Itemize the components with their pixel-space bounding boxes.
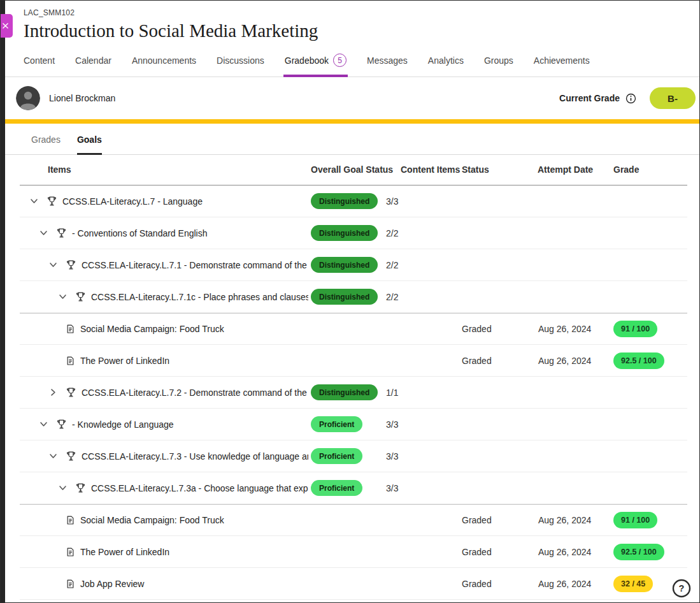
items-cell: CCSS.ELA-Literacy.L.7.1c - Place phrases… bbox=[55, 281, 308, 312]
nav-tab-label: Achievements bbox=[534, 55, 590, 66]
items-cell: The Power of LinkedIn bbox=[66, 536, 308, 567]
nav-tab-label: Calendar bbox=[75, 55, 111, 66]
goal-status-badge: Distinguished bbox=[311, 193, 378, 209]
chevron-right-icon[interactable] bbox=[45, 385, 61, 400]
student-name: Lionel Brockman bbox=[49, 93, 115, 103]
goal-trophy-icon bbox=[46, 196, 57, 207]
goal-row[interactable]: CCSS.ELA-Literacy.L.7.3a - Choose langua… bbox=[20, 472, 687, 504]
table-body: CCSS.ELA-Literacy.L.7 - LanguageDistingu… bbox=[20, 185, 687, 600]
goal-status-cell: Distinguished bbox=[311, 185, 378, 217]
grade-cell: 32 / 45 bbox=[613, 568, 653, 599]
column-header-items: Items bbox=[48, 164, 71, 175]
goal-row[interactable]: CCSS.ELA-Literacy.L.7.3 - Use knowledge … bbox=[20, 440, 687, 472]
gradebook-count-badge: 5 bbox=[333, 54, 346, 67]
chevron-down-icon[interactable] bbox=[55, 289, 70, 305]
help-button[interactable]: ? bbox=[672, 579, 691, 598]
grade-color-bar bbox=[1, 119, 699, 124]
nav-tab-announcements[interactable]: Announcements bbox=[131, 54, 197, 77]
item-label: The Power of LinkedIn bbox=[80, 547, 169, 557]
column-header-attempt-date: Attempt Date bbox=[538, 164, 593, 175]
subtab-grades[interactable]: Grades bbox=[31, 134, 61, 155]
chevron-down-icon[interactable] bbox=[45, 258, 61, 273]
goal-trophy-icon bbox=[56, 228, 67, 238]
current-grade-label: Current Grade bbox=[559, 93, 620, 103]
grade-pill: 91 / 100 bbox=[613, 512, 657, 528]
item-status: Graded bbox=[462, 536, 492, 567]
document-icon bbox=[66, 356, 75, 366]
nav-tab-discussions[interactable]: Discussions bbox=[215, 54, 266, 77]
current-grade-area: Current Grade B- bbox=[559, 87, 696, 109]
chevron-down-icon[interactable] bbox=[45, 449, 61, 464]
nav-tab-achievements[interactable]: Achievements bbox=[532, 54, 591, 77]
items-cell: Social Media Campaign: Food Truck bbox=[66, 313, 308, 344]
goal-status-cell: Distinguished bbox=[311, 281, 378, 312]
content-items-count: 2/2 bbox=[386, 249, 398, 280]
grade-pill: 32 / 45 bbox=[613, 576, 653, 592]
nav-tab-gradebook[interactable]: Gradebook5 bbox=[283, 54, 348, 77]
attempt-date: Aug 26, 2024 bbox=[538, 536, 591, 567]
items-cell: CCSS.ELA-Literacy.L.7 - Language bbox=[26, 185, 308, 217]
content-item-row[interactable]: Social Media Campaign: Food TruckGradedA… bbox=[20, 313, 687, 345]
goal-row[interactable]: - Knowledge of LanguageProficient3/3 bbox=[20, 409, 687, 440]
goal-row[interactable]: CCSS.ELA-Literacy.L.7.2 - Demonstrate co… bbox=[20, 377, 687, 409]
nav-tabs: ContentCalendarAnnouncementsDiscussionsG… bbox=[1, 54, 699, 77]
grade-cell: 92.5 / 100 bbox=[613, 536, 664, 567]
goal-status-badge: Proficient bbox=[311, 416, 362, 432]
course-gradebook-screen: LAC_SMM102 Introduction to Social Media … bbox=[0, 0, 700, 603]
course-title: Introduction to Social Media Marketing bbox=[24, 20, 676, 41]
subtab-goals[interactable]: Goals bbox=[77, 134, 102, 155]
info-icon[interactable] bbox=[625, 93, 636, 104]
close-icon bbox=[3, 23, 8, 29]
content-item-row[interactable]: Job App ReviewGradedAug 26, 202432 / 45 bbox=[20, 568, 687, 600]
content-item-row[interactable]: The Power of LinkedInGradedAug 26, 20249… bbox=[20, 345, 687, 377]
item-label: Job App Review bbox=[80, 579, 144, 589]
nav-tab-analytics[interactable]: Analytics bbox=[427, 54, 465, 77]
item-status: Graded bbox=[462, 313, 492, 344]
goal-trophy-icon bbox=[66, 387, 76, 398]
chevron-down-icon[interactable] bbox=[36, 226, 51, 241]
document-icon bbox=[66, 547, 75, 557]
chevron-down-icon[interactable] bbox=[26, 194, 41, 209]
goal-trophy-icon bbox=[66, 259, 76, 270]
nav-tab-calendar[interactable]: Calendar bbox=[74, 54, 113, 77]
goal-status-badge: Distinguished bbox=[311, 384, 378, 400]
grade-cell: 91 / 100 bbox=[613, 504, 657, 535]
grade-pill: 92.5 / 100 bbox=[613, 544, 664, 560]
document-icon bbox=[66, 515, 75, 525]
goal-status-cell: Proficient bbox=[311, 472, 362, 504]
items-cell: - Knowledge of Language bbox=[36, 409, 308, 440]
current-grade-pill: B- bbox=[650, 87, 696, 109]
item-status: Graded bbox=[462, 345, 492, 376]
item-label: Social Media Campaign: Food Truck bbox=[80, 515, 224, 525]
chevron-down-icon[interactable] bbox=[55, 481, 70, 496]
nav-tab-label: Gradebook bbox=[285, 55, 329, 66]
column-header-grade: Grade bbox=[613, 164, 639, 175]
goal-row[interactable]: CCSS.ELA-Literacy.L.7 - LanguageDistingu… bbox=[20, 185, 687, 217]
nav-tab-content[interactable]: Content bbox=[22, 54, 56, 77]
goal-row[interactable]: CCSS.ELA-Literacy.L.7.1c - Place phrases… bbox=[20, 281, 687, 313]
content-item-row[interactable]: The Power of LinkedInGradedAug 26, 20249… bbox=[20, 536, 687, 568]
grade-cell: 91 / 100 bbox=[613, 313, 657, 344]
document-icon bbox=[66, 579, 75, 589]
goal-trophy-icon bbox=[56, 419, 67, 430]
items-cell: Social Media Campaign: Food Truck bbox=[66, 504, 308, 535]
goal-trophy-icon bbox=[75, 483, 86, 493]
content-item-row[interactable]: Social Media Campaign: Food TruckGradedA… bbox=[20, 504, 687, 536]
goal-label: - Knowledge of Language bbox=[72, 419, 174, 430]
panel-close-button[interactable] bbox=[1, 14, 13, 38]
goal-status-badge: Distinguished bbox=[311, 289, 378, 305]
goal-status-badge: Proficient bbox=[311, 480, 362, 496]
grade-cell: 92.5 / 100 bbox=[613, 345, 664, 376]
items-cell: CCSS.ELA-Literacy.L.7.1 - Demonstrate co… bbox=[45, 249, 308, 280]
goal-row[interactable]: CCSS.ELA-Literacy.L.7.1 - Demonstrate co… bbox=[20, 249, 687, 281]
nav-tab-groups[interactable]: Groups bbox=[483, 54, 515, 77]
course-code: LAC_SMM102 bbox=[24, 8, 676, 17]
gradebook-subtabs: GradesGoals bbox=[1, 124, 699, 155]
goal-row[interactable]: - Conventions of Standard EnglishDisting… bbox=[20, 217, 687, 249]
goal-status-cell: Distinguished bbox=[311, 249, 378, 280]
goal-status-badge: Proficient bbox=[311, 448, 362, 464]
content-items-count: 2/2 bbox=[386, 281, 398, 312]
goal-label: CCSS.ELA-Literacy.L.7.1 - Demonstrate co… bbox=[82, 260, 308, 270]
chevron-down-icon[interactable] bbox=[36, 417, 51, 432]
nav-tab-messages[interactable]: Messages bbox=[366, 54, 409, 77]
